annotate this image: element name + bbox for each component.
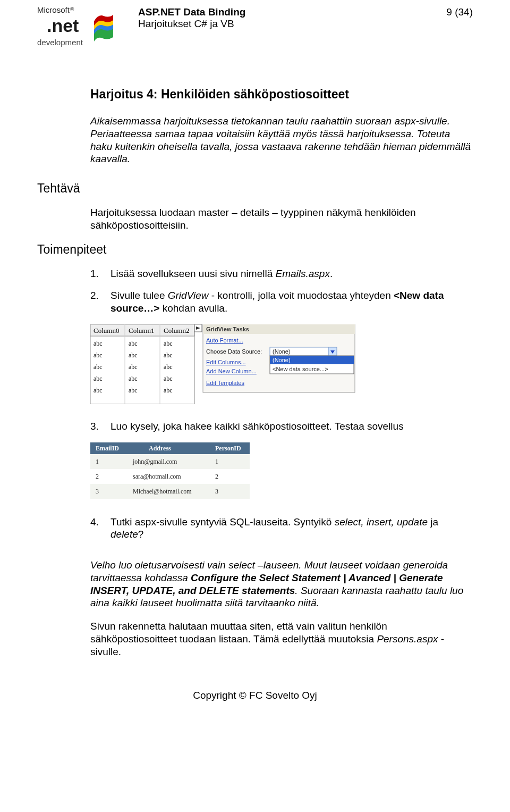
step-num: 4. xyxy=(90,516,110,541)
closing-pre: Sivun rakennetta halutaan muuttaa siten,… xyxy=(90,621,387,644)
svg-text:Michael@hotmail.com: Michael@hotmail.com xyxy=(133,488,192,495)
svg-text:abc: abc xyxy=(164,375,173,382)
svg-text:®: ® xyxy=(70,6,74,12)
svg-text:EmailID: EmailID xyxy=(96,445,119,452)
svg-text:abc: abc xyxy=(129,375,138,382)
gridview-tasks-screenshot: Column0 Column1 Column2 abcabcabc abcabc… xyxy=(90,324,473,404)
step-text-mid: - kontrolli, jolla voit muodostaa yhteyd… xyxy=(208,290,394,301)
svg-text:Edit Templates: Edit Templates xyxy=(206,380,244,386)
step-text-end: . xyxy=(330,268,333,279)
svg-text:.net: .net xyxy=(47,15,79,36)
exercise-heading: Harjoitus 4: Henkilöiden sähköpostiosoit… xyxy=(90,87,473,102)
step-mid: ja xyxy=(428,516,438,528)
step-num: 1. xyxy=(90,267,110,280)
page-header: Microsoft ® .net development ASP.NET Dat… xyxy=(37,5,473,50)
wizard-note: Velho luo oletusarvoisesti vain select –… xyxy=(90,559,473,609)
step-4: 4. Tutki aspx-sivulle syntyviä SQL-lause… xyxy=(90,516,473,541)
svg-text:2: 2 xyxy=(215,473,218,480)
svg-text:development: development xyxy=(37,38,83,47)
svg-text:Address: Address xyxy=(149,445,171,452)
step-text: Tutki aspx-sivulle syntyviä SQL-lauseita… xyxy=(110,516,335,528)
ms-net-logo: Microsoft ® .net development xyxy=(37,5,138,50)
svg-text:Column0: Column0 xyxy=(94,327,119,334)
closing-para: Sivun rakennetta halutaan muuttaa siten,… xyxy=(90,620,473,658)
exercise-prefix: Harjoitus 4: xyxy=(90,87,161,101)
step-text: Luo kysely, joka hakee kaikki sähköposti… xyxy=(110,421,404,432)
svg-text:abc: abc xyxy=(164,340,173,347)
step-em: Emails.aspx xyxy=(276,268,330,279)
svg-text:john@gmail.com: john@gmail.com xyxy=(132,458,177,465)
svg-text:abc: abc xyxy=(164,363,173,371)
step-num: 2. xyxy=(90,289,110,315)
svg-text:abc: abc xyxy=(164,387,173,394)
step-em: GridView xyxy=(168,290,209,301)
svg-text:abc: abc xyxy=(94,387,103,394)
closing-em: Persons.aspx xyxy=(377,633,438,644)
step-1: 1. Lisää sovellukseen uusi sivu nimellä … xyxy=(90,267,473,280)
svg-text:abc: abc xyxy=(94,340,103,347)
svg-text:Edit Columns...: Edit Columns... xyxy=(206,359,246,365)
svg-text:Microsoft: Microsoft xyxy=(37,5,70,14)
svg-text:abc: abc xyxy=(94,351,103,359)
step-num: 3. xyxy=(90,420,110,433)
email-table-screenshot: EmailID Address PersonID 1 john@gmail.co… xyxy=(90,442,473,500)
svg-text:abc: abc xyxy=(129,340,138,347)
svg-text:Choose Data Source:: Choose Data Source: xyxy=(206,348,262,355)
step-end: ? xyxy=(138,529,144,540)
svg-text:Add New Column...: Add New Column... xyxy=(206,368,257,374)
svg-text:abc: abc xyxy=(164,351,173,359)
svg-text:abc: abc xyxy=(94,375,103,382)
svg-text:abc: abc xyxy=(129,363,138,371)
doc-subtitle: Harjoitukset C# ja VB xyxy=(138,18,245,30)
step-text-end: kohdan avulla. xyxy=(159,303,227,314)
step-em: select, insert, update xyxy=(335,516,428,528)
step-text: Lisää sovellukseen uusi sivu nimellä xyxy=(110,268,276,279)
svg-text:3: 3 xyxy=(215,488,218,495)
svg-text:Column2: Column2 xyxy=(164,327,189,334)
svg-text:Auto Format...: Auto Format... xyxy=(206,337,243,344)
svg-text:3: 3 xyxy=(96,488,99,495)
exercise-intro: Aikaisemmassa harjoituksessa tietokannan… xyxy=(90,115,473,165)
svg-text:1: 1 xyxy=(215,458,218,465)
step-2: 2. Sivulle tulee GridView - kontrolli, j… xyxy=(90,289,473,315)
svg-text:abc: abc xyxy=(94,363,103,371)
svg-text:2: 2 xyxy=(96,473,99,480)
step-3: 3. Luo kysely, joka hakee kaikki sähköpo… xyxy=(90,420,473,433)
svg-text:1: 1 xyxy=(96,458,99,465)
svg-text:abc: abc xyxy=(129,387,138,394)
svg-text:Column1: Column1 xyxy=(129,327,154,334)
step-text: Sivulle tulee xyxy=(110,290,168,301)
page-number: 9 (34) xyxy=(446,6,473,30)
svg-text:sara@hotmail.com: sara@hotmail.com xyxy=(133,473,181,480)
section-steps-label: Toimenpiteet xyxy=(37,242,473,257)
section-task-label: Tehtävä xyxy=(37,181,473,196)
svg-text:(None): (None) xyxy=(273,348,291,355)
step-em2: delete xyxy=(110,529,138,540)
svg-text:GridView Tasks: GridView Tasks xyxy=(206,326,249,332)
doc-title: ASP.NET Data Binding xyxy=(138,6,245,18)
svg-text:(None): (None) xyxy=(273,357,291,363)
task-text: Harjoituksessa luodaan master – details … xyxy=(90,206,473,232)
svg-text:<New data source...>: <New data source...> xyxy=(273,366,328,372)
copyright-footer: Copyright © FC Sovelto Oyj xyxy=(37,690,473,701)
svg-text:PersonID: PersonID xyxy=(215,445,241,452)
svg-text:abc: abc xyxy=(129,351,138,359)
exercise-title: Henkilöiden sähköpostiosoitteet xyxy=(161,87,349,101)
